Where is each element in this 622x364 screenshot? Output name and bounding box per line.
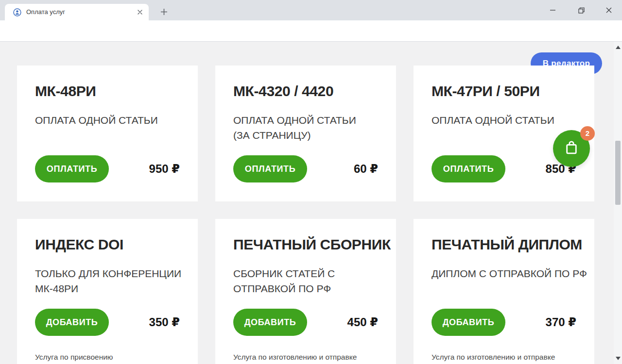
service-card: ПЕЧАТНЫЙ СБОРНИК СБОРНИК СТАТЕЙ С ОТПРАВ… bbox=[215, 219, 396, 364]
service-price: 60 ₽ bbox=[354, 155, 378, 182]
page-scrollbar[interactable] bbox=[614, 42, 622, 364]
service-card: МК-48РИ ОПЛАТА ОДНОЙ СТАТЬИ ОПЛАТИТЬ 950… bbox=[17, 66, 198, 201]
new-tab-button[interactable] bbox=[157, 5, 171, 18]
tab-strip: Оплата услуг bbox=[0, 0, 622, 20]
browser-window: Оплата услуг bbox=[0, 0, 622, 364]
service-subtitle: ОПЛАТА ОДНОЙ СТАТЬИ bbox=[35, 113, 158, 128]
window-close-icon[interactable] bbox=[598, 0, 620, 20]
service-title: ИНДЕКС DOI bbox=[35, 236, 123, 253]
service-card: ИНДЕКС DOI ТОЛЬКО ДЛЯ КОНФЕРЕНЦИИ МК-48Р… bbox=[17, 219, 198, 364]
service-card: ПЕЧАТНЫЙ ДИПЛОМ ДИПЛОМ С ОТПРАВКОЙ ПО РФ… bbox=[414, 219, 594, 364]
site-favicon-person-icon bbox=[13, 8, 21, 17]
browser-tab[interactable]: Оплата услуг bbox=[5, 4, 149, 20]
shopping-bag-icon bbox=[563, 139, 580, 158]
add-button[interactable]: ДОБАВИТЬ bbox=[233, 309, 307, 336]
service-price: 450 ₽ bbox=[347, 309, 378, 336]
service-title: ПЕЧАТНЫЙ ДИПЛОМ bbox=[432, 236, 582, 253]
service-title: МК-47РИ / 50РИ bbox=[432, 83, 540, 99]
service-price: 950 ₽ bbox=[149, 155, 180, 182]
service-title: ПЕЧАТНЫЙ СБОРНИК bbox=[233, 236, 391, 253]
scroll-down-icon[interactable] bbox=[616, 357, 621, 360]
service-title: МК-4320 / 4420 bbox=[233, 83, 333, 99]
cart-count-badge: 2 bbox=[580, 126, 595, 141]
service-card: МК-4320 / 4420 ОПЛАТА ОДНОЙ СТАТЬИ (ЗА С… bbox=[215, 66, 396, 201]
pay-button[interactable]: ОПЛАТИТЬ bbox=[233, 155, 307, 182]
window-minimize-icon[interactable] bbox=[542, 0, 564, 20]
window-maximize-icon[interactable] bbox=[570, 0, 592, 20]
tab-title: Оплата услуг bbox=[26, 4, 65, 20]
scrollbar-thumb[interactable] bbox=[615, 141, 621, 205]
cart-button[interactable]: 2 bbox=[553, 130, 590, 167]
service-subtitle: СБОРНИК СТАТЕЙ С ОТПРАВКОЙ ПО РФ bbox=[233, 266, 335, 296]
page-content: В редактор МК-48РИ ОПЛАТА ОДНОЙ СТАТЬИ О… bbox=[0, 42, 622, 364]
scroll-up-icon[interactable] bbox=[616, 46, 621, 49]
pay-button[interactable]: ОПЛАТИТЬ bbox=[432, 155, 505, 182]
service-price: 370 ₽ bbox=[546, 309, 576, 336]
service-note: Услуга по изготовлению и отправке печатн… bbox=[233, 351, 357, 364]
service-price: 350 ₽ bbox=[149, 309, 180, 336]
pay-button[interactable]: ОПЛАТИТЬ bbox=[35, 155, 109, 182]
add-button[interactable]: ДОБАВИТЬ bbox=[432, 309, 505, 336]
service-subtitle: ОПЛАТА ОДНОЙ СТАТЬИ bbox=[432, 113, 554, 128]
tab-close-icon[interactable] bbox=[135, 7, 145, 17]
service-note: Услуга по изготовлению и отправке печатн… bbox=[432, 351, 555, 364]
service-subtitle: ДИПЛОМ С ОТПРАВКОЙ ПО РФ bbox=[432, 266, 587, 281]
service-title: МК-48РИ bbox=[35, 83, 96, 99]
browser-toolbar: digitalnauka.ru/oplata/ bbox=[0, 20, 622, 42]
service-note: Услуга по присвоению статье индекса DOI bbox=[35, 351, 113, 364]
service-subtitle: ОПЛАТА ОДНОЙ СТАТЬИ (ЗА СТРАНИЦУ) bbox=[233, 113, 356, 143]
service-subtitle: ТОЛЬКО ДЛЯ КОНФЕРЕНЦИИ МК-48РИ bbox=[35, 266, 181, 296]
add-button[interactable]: ДОБАВИТЬ bbox=[35, 309, 109, 336]
